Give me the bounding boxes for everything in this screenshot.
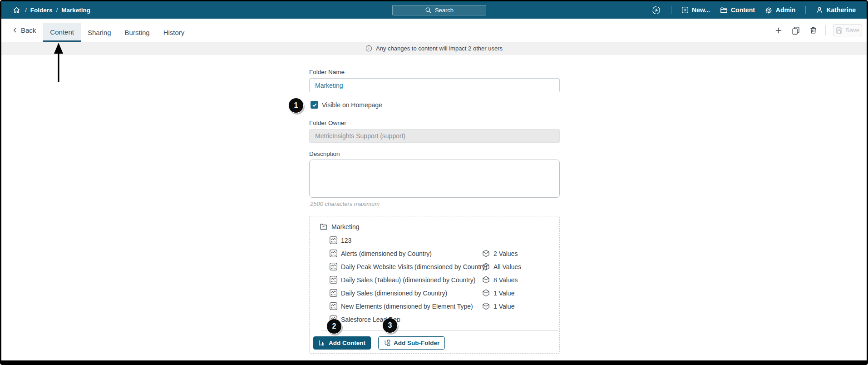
folder-owner-input — [309, 129, 560, 143]
annotation-step-3: 3 — [382, 318, 398, 333]
top-header: / Folders / Marketing Search — [1, 1, 867, 19]
top-nav: New... Content Admin — [651, 1, 867, 19]
tab-history[interactable]: History — [157, 23, 192, 42]
tree-item-label: Alerts (dimensioned by Country) — [341, 250, 432, 257]
chart-element-icon — [330, 250, 337, 257]
dimension-values-label: 2 Values — [493, 250, 518, 257]
chart-element-icon — [330, 276, 337, 284]
tree-scroll-area[interactable]: 123 Alerts (dimensioned by Country) — [310, 234, 559, 322]
breadcrumb-current-folder: Marketing — [61, 7, 90, 14]
user-icon — [816, 6, 823, 14]
back-button[interactable]: Back — [12, 26, 36, 34]
dimension-values-label: 8 Values — [493, 276, 518, 284]
tree-item[interactable]: Alerts (dimensioned by Country) 2 Values — [310, 247, 559, 260]
annotation-step-2: 2 — [326, 319, 342, 334]
chevron-left-icon — [12, 27, 18, 33]
add-icon[interactable] — [774, 25, 784, 35]
tree-item-label: 123 — [341, 237, 351, 244]
chart-element-icon — [330, 263, 337, 270]
cube-icon — [482, 276, 490, 284]
global-search[interactable]: Search — [392, 5, 486, 15]
chart-element-icon — [330, 302, 337, 310]
duplicate-icon[interactable] — [791, 25, 801, 35]
save-button[interactable]: Save — [833, 24, 862, 36]
tree-item-label: New Elements (dimensioned by Element Typ… — [341, 303, 473, 310]
info-icon — [365, 45, 372, 52]
tree-bottom-divider — [321, 330, 558, 331]
folder-icon — [720, 6, 728, 14]
add-subfolder-button[interactable]: Add Sub-Folder — [378, 336, 445, 350]
add-content-button[interactable]: Add Content — [313, 336, 371, 350]
dimension-values-label: All Values — [493, 263, 521, 270]
nav-content-button[interactable]: Content — [720, 6, 755, 14]
nav-new-button[interactable]: New... — [681, 6, 710, 14]
breadcrumb: / Folders / Marketing — [1, 5, 90, 15]
folder-name-input[interactable] — [309, 78, 560, 92]
tree-item[interactable]: 123 — [310, 234, 559, 247]
nav-content-label: Content — [731, 6, 755, 14]
home-icon[interactable] — [11, 5, 21, 15]
search-label: Search — [435, 7, 454, 14]
add-content-label: Add Content — [329, 340, 365, 346]
tree-item-label: Daily Sales (dimensioned by Country) — [341, 290, 447, 297]
search-icon — [425, 7, 432, 14]
nav-user-menu[interactable]: Katherine — [816, 6, 856, 14]
visible-on-homepage-label: Visible on Homepage — [322, 101, 382, 109]
tree-item[interactable]: Salesforce Lead Rep — [310, 313, 559, 322]
nav-admin-button[interactable]: Admin — [765, 6, 796, 14]
chart-element-icon — [330, 289, 337, 297]
dimension-values: All Values — [482, 263, 521, 270]
add-subfolder-label: Add Sub-Folder — [394, 340, 439, 346]
plus-square-icon — [681, 6, 689, 14]
description-label: Description — [309, 150, 340, 157]
arrow-annotation — [53, 43, 64, 82]
tab-bar: Content Sharing Bursting History — [43, 23, 191, 42]
tree-item[interactable]: Daily Sales (Tableau) (dimensioned by Co… — [310, 273, 559, 286]
cube-icon — [482, 302, 490, 310]
folder-collapse-icon[interactable] — [320, 223, 327, 230]
toolbar-divider — [825, 25, 826, 35]
page-toolbar: Back Content Sharing Bursting History — [1, 19, 867, 42]
nav-divider — [805, 6, 806, 14]
subfolder-tree-icon — [384, 340, 390, 346]
nav-new-label: New... — [692, 6, 710, 14]
nav-admin-label: Admin — [776, 6, 796, 14]
dimension-values: 1 Value — [482, 302, 514, 310]
dimension-values: 8 Values — [482, 276, 518, 284]
nav-user-label: Katherine — [826, 6, 856, 14]
cube-icon — [482, 263, 490, 270]
sparkles-circle-icon[interactable] — [651, 5, 661, 15]
tab-bursting[interactable]: Bursting — [118, 23, 157, 42]
dimension-values-label: 1 Value — [493, 303, 514, 310]
folder-content-panel: Marketing 123 — [309, 216, 560, 354]
breadcrumb-folders[interactable]: Folders — [30, 7, 53, 14]
bar-chart-icon — [319, 340, 326, 346]
chart-element-icon — [330, 236, 337, 244]
breadcrumb-separator: / — [56, 7, 58, 14]
dimension-values: 1 Value — [482, 289, 514, 297]
delete-icon[interactable] — [808, 25, 818, 35]
gear-icon — [765, 6, 773, 14]
tab-content[interactable]: Content — [43, 23, 81, 42]
tree-item-label: Daily Peak Website Visits (dimensioned b… — [341, 263, 487, 270]
description-textarea[interactable] — [309, 160, 560, 198]
description-hint: 2500 characters maximum — [310, 200, 380, 207]
visible-on-homepage-checkbox[interactable] — [311, 101, 318, 109]
annotation-step-1: 1 — [288, 98, 304, 113]
tree-item[interactable]: Daily Sales (dimensioned by Country) 1 V… — [310, 286, 559, 300]
cube-icon — [482, 289, 490, 297]
app-window: / Folders / Marketing Search — [0, 0, 868, 365]
toolbar-actions: Save — [774, 19, 862, 42]
save-label: Save — [846, 27, 860, 34]
breadcrumb-separator: / — [25, 7, 27, 14]
back-label: Back — [21, 26, 36, 34]
folder-name-label: Folder Name — [309, 69, 345, 75]
tree-root-folder[interactable]: Marketing — [320, 223, 359, 230]
tree-item[interactable]: New Elements (dimensioned by Element Typ… — [310, 300, 559, 313]
tree-root-label: Marketing — [331, 223, 359, 230]
dimension-values-label: 1 Value — [493, 290, 514, 297]
tree-item[interactable]: Daily Peak Website Visits (dimensioned b… — [310, 260, 559, 273]
tab-sharing[interactable]: Sharing — [81, 23, 118, 42]
dimension-values: 2 Values — [482, 250, 518, 257]
folder-owner-label: Folder Owner — [309, 120, 346, 126]
